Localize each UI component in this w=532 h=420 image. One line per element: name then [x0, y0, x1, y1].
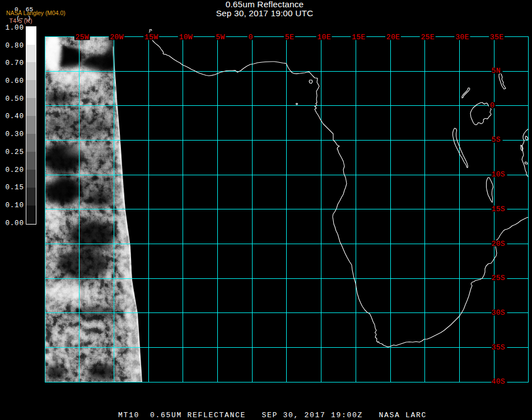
svg-text:20W: 20W: [110, 33, 123, 41]
svg-text:15E: 15E: [352, 33, 365, 41]
svg-text:25S: 25S: [492, 274, 505, 282]
svg-text:35S: 35S: [492, 343, 505, 352]
svg-text:0: 0: [490, 101, 494, 110]
svg-text:30S: 30S: [492, 309, 505, 317]
svg-text:20E: 20E: [386, 33, 400, 41]
svg-text:5W: 5W: [216, 33, 225, 41]
svg-text:5E: 5E: [285, 33, 294, 41]
svg-text:25E: 25E: [421, 33, 434, 41]
svg-text:35E: 35E: [490, 33, 503, 41]
svg-text:0: 0: [249, 33, 253, 41]
svg-text:15W: 15W: [144, 33, 158, 41]
svg-text:5N: 5N: [492, 67, 501, 75]
svg-text:20S: 20S: [492, 240, 505, 248]
svg-text:10E: 10E: [317, 33, 330, 41]
svg-text:30E: 30E: [455, 33, 469, 41]
svg-text:40S: 40S: [492, 377, 505, 386]
svg-text:5S: 5S: [492, 136, 501, 144]
svg-text:25W: 25W: [75, 33, 88, 41]
svg-text:10S: 10S: [492, 170, 505, 179]
svg-text:10W: 10W: [179, 33, 193, 41]
svg-text:15S: 15S: [492, 205, 505, 213]
